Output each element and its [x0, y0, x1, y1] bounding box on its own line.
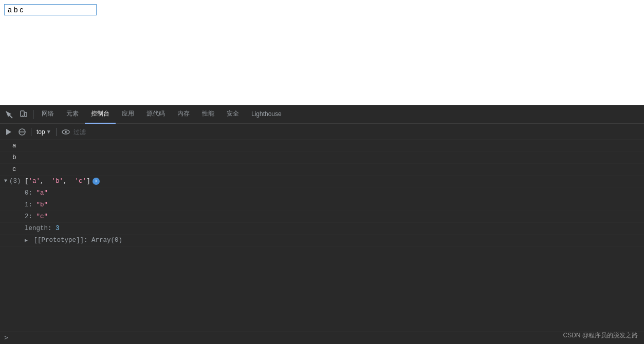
toolbar-divider — [31, 128, 31, 136]
context-selector-label: top — [36, 128, 45, 136]
console-log-a: a — [0, 140, 644, 152]
prop-key-1: 1 — [25, 201, 29, 208]
tab-memory[interactable]: 内存 — [171, 105, 196, 124]
svg-line-0 — [9, 115, 12, 118]
prop-key-length: length — [25, 225, 48, 232]
tab-network-label: 网络 — [42, 109, 54, 118]
array-prop-1: 1: "b" — [0, 199, 644, 211]
watch-button[interactable] — [60, 126, 71, 138]
array-prop-2: 2: "c" — [0, 211, 644, 223]
console-log-c: c — [0, 164, 644, 176]
clear-errors-button[interactable] — [16, 126, 28, 138]
context-selector[interactable]: top ▼ — [34, 127, 53, 137]
console-output: a b c ▼ (3) ['a', 'b', 'c'] i 0: "a" 1: … — [0, 140, 644, 332]
prop-key-2: 2 — [25, 213, 29, 220]
tab-lighthouse-label: Lighthouse — [251, 110, 282, 118]
array-header[interactable]: ▼ (3) ['a', 'b', 'c'] i — [0, 176, 644, 187]
abc-text: a b c — [8, 6, 23, 14]
tab-divider — [33, 110, 33, 119]
tab-security-label: 安全 — [227, 109, 239, 118]
console-log-b: b — [0, 152, 644, 164]
tab-security[interactable]: 安全 — [220, 105, 245, 124]
tab-console[interactable]: 控制台 — [85, 105, 116, 124]
prop-key-0: 0 — [25, 189, 29, 197]
tab-network[interactable]: 网络 — [35, 105, 60, 124]
filter-input[interactable] — [73, 128, 641, 136]
inspect-icon-btn[interactable] — [2, 107, 16, 122]
tab-performance-label: 性能 — [202, 109, 214, 118]
expand-arrow-icon: ▼ — [4, 177, 7, 186]
array-preview: ['a', 'b', 'c'] — [25, 177, 90, 186]
run-script-button[interactable] — [3, 126, 14, 138]
tab-memory-label: 内存 — [177, 109, 190, 118]
info-icon[interactable]: i — [93, 178, 100, 185]
svg-point-8 — [65, 131, 67, 133]
devtools-tabs-bar: 网络 元素 控制台 应用 源代码 内存 性能 安全 Lighthouse — [0, 105, 644, 124]
chevron-down-icon: ▼ — [46, 129, 51, 135]
device-icon-btn[interactable] — [16, 107, 31, 122]
prop-val-1: "b" — [36, 201, 48, 208]
array-prop-length: length: 3 — [0, 223, 644, 235]
abc-display: a b c — [4, 4, 97, 15]
prototype-entry[interactable]: ▶ [[Prototype]]: Array(0) — [0, 235, 644, 247]
array-prop-0: 0: "a" — [0, 187, 644, 199]
tab-application-label: 应用 — [122, 109, 134, 118]
tab-lighthouse[interactable]: Lighthouse — [245, 105, 288, 124]
page-content: a b c — [0, 0, 644, 105]
prop-val-length: 3 — [56, 225, 60, 232]
svg-marker-4 — [6, 129, 11, 135]
prototype-label: [[Prototype]]: Array(0) — [34, 237, 123, 244]
tab-elements-label: 元素 — [66, 109, 79, 118]
console-prompt-icon: > — [4, 334, 8, 342]
svg-rect-2 — [25, 112, 27, 117]
console-toolbar: top ▼ — [0, 124, 644, 140]
array-count: (3) — [9, 177, 25, 186]
toolbar-divider-2 — [57, 128, 57, 136]
tab-sources-label: 源代码 — [146, 109, 165, 118]
tab-elements[interactable]: 元素 — [60, 105, 85, 124]
console-input-line: > — [0, 332, 644, 344]
console-input[interactable] — [12, 334, 640, 342]
proto-expand-icon: ▶ — [25, 238, 28, 243]
tab-console-label: 控制台 — [91, 109, 109, 118]
prop-val-2: "c" — [36, 213, 48, 220]
tab-performance[interactable]: 性能 — [196, 105, 220, 124]
tab-sources[interactable]: 源代码 — [140, 105, 171, 124]
prop-val-0: "a" — [36, 189, 48, 197]
tab-application[interactable]: 应用 — [116, 105, 140, 124]
devtools-panel: 网络 元素 控制台 应用 源代码 内存 性能 安全 Lighthouse — [0, 105, 644, 344]
